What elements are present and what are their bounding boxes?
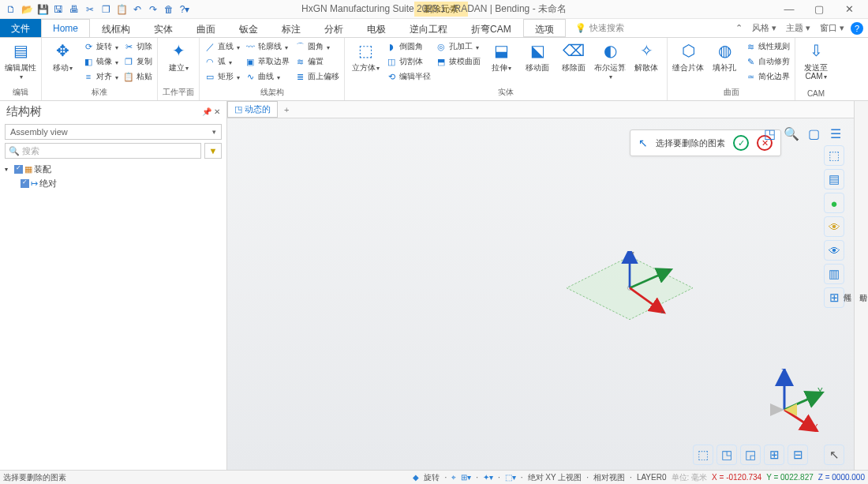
fit-icon[interactable]: ▢ [805, 125, 822, 142]
checkbox-icon[interactable] [21, 179, 29, 188]
side-tool-4[interactable]: 👁 [824, 216, 844, 237]
autorepair-button[interactable]: ✎自动修剪 [745, 54, 790, 69]
status-layer[interactable]: LAYER0 [637, 473, 667, 482]
cutbody-button[interactable]: ◫切割体 [386, 54, 431, 69]
extract-edge-button[interactable]: ▣萃取边界 [245, 54, 290, 69]
line-button[interactable]: ／直线 [204, 39, 240, 54]
tab-solid[interactable]: 实体 [142, 19, 185, 37]
side-tool-6[interactable]: ▥ [824, 264, 844, 284]
qat-copy-icon[interactable]: ❐ [99, 3, 112, 16]
side-tool-5[interactable]: 👁 [824, 240, 844, 261]
bv-3[interactable]: ◲ [740, 445, 761, 465]
arc-button[interactable]: ◠弧 [204, 54, 240, 69]
sweepface-button[interactable]: ⬒拔模曲面 [436, 54, 481, 69]
expand-icon[interactable]: ▾ [5, 166, 13, 173]
qat-delete-icon[interactable]: 🗑 [163, 3, 175, 16]
mirror-button[interactable]: ◧镜像 [83, 54, 118, 69]
tab-options[interactable]: 选项 [523, 19, 566, 37]
edge-offset-button[interactable]: ≣面上偏移 [294, 69, 339, 84]
qat-open-icon[interactable]: 📂 [21, 3, 33, 16]
filter-button[interactable]: ▼ [204, 143, 222, 159]
send-cam-button[interactable]: ⇩发送至CAM [800, 39, 832, 81]
paste-button[interactable]: 📋粘贴 [123, 69, 152, 84]
qat-help-icon[interactable]: ?▾ [178, 3, 191, 16]
extrude-button[interactable]: ⬓拉伸 [485, 39, 517, 73]
qat-undo-icon[interactable]: ↶ [131, 3, 144, 16]
viewport[interactable]: ◳ 动态的 + ↖ 选择要删除的图素 ✓ ✕ ◳ 🔍 ▢ ☰ ⬚ ▤ ● 👁 👁… [227, 101, 868, 470]
tree-child[interactable]: ↦ 绝对 [5, 176, 222, 190]
tab-annotate[interactable]: 标注 [270, 19, 312, 37]
rect-button[interactable]: ▭矩形 [204, 69, 240, 84]
menu-icon[interactable]: ☰ [827, 125, 844, 142]
copy-button[interactable]: ❐复制 [123, 54, 152, 69]
close-button[interactable]: ✕ [838, 3, 860, 15]
side-tool-1[interactable]: ⬚ [824, 145, 844, 166]
bv-2[interactable]: ◳ [716, 445, 737, 465]
viewcube-icon[interactable]: ◳ [761, 125, 778, 142]
side-tool-2[interactable]: ▤ [824, 169, 844, 189]
curve-button[interactable]: ∿曲线 [245, 69, 290, 84]
solid-fillet-button[interactable]: ◗倒圆角 [386, 39, 431, 54]
mini-triad[interactable]: Z Y X [762, 369, 825, 432]
tree-search-input[interactable]: 🔍 搜索 [5, 143, 201, 159]
fillhole-button[interactable]: ◍填补孔 [709, 39, 740, 72]
qat-redo-icon[interactable]: ↷ [147, 3, 159, 16]
removeface-button[interactable]: ⌫移除面 [558, 39, 589, 72]
theme-dropdown[interactable]: 主题 ▾ [783, 21, 814, 36]
bv-5[interactable]: ⊟ [788, 445, 808, 465]
collapse-ribbon-icon[interactable]: ⌃ [732, 21, 746, 35]
explode-button[interactable]: ✧解散体 [630, 39, 662, 72]
style-dropdown[interactable]: 风格 ▾ [749, 21, 780, 36]
confirm-button[interactable]: ✓ [733, 135, 749, 151]
tab-file[interactable]: 文件 [0, 19, 41, 37]
pin-icon[interactable]: 📌 ✕ [202, 107, 220, 116]
help-button[interactable]: ? [851, 22, 863, 35]
zoom-icon[interactable]: 🔍 [783, 125, 800, 142]
qat-new-icon[interactable]: 🗋 [5, 3, 17, 16]
move-button[interactable]: ✥ 移动 [47, 39, 78, 73]
wf-fillet-button[interactable]: ⌒圆角 [294, 39, 339, 54]
bv-cursor[interactable]: ↖ [824, 445, 844, 465]
maximize-button[interactable]: ▢ [808, 3, 830, 15]
status-grid-icon[interactable]: ⊞▾ [461, 473, 471, 482]
quick-search[interactable]: 💡 快速搜索 [575, 19, 624, 37]
tab-home[interactable]: Home [41, 19, 90, 37]
qat-saveas-icon[interactable]: 🖫 [52, 3, 65, 16]
checkbox-icon[interactable] [14, 165, 23, 174]
cut-button[interactable]: ✂切除 [123, 39, 152, 54]
cube-button[interactable]: ⬚立方体 [350, 39, 381, 73]
side-tool-7[interactable]: ⊞ [824, 287, 844, 308]
simplify-button[interactable]: ≃简化边界 [745, 69, 790, 84]
tab-electrode[interactable]: 电极 [355, 19, 398, 37]
bv-1[interactable]: ⬚ [693, 445, 713, 465]
qat-save-icon[interactable]: 💾 [36, 3, 49, 16]
profile-button[interactable]: 〰轮廓线 [245, 39, 290, 54]
build-plane-button[interactable]: ✦ 建立 [163, 39, 194, 73]
minimize-button[interactable]: — [778, 3, 800, 15]
bv-4[interactable]: ⊞ [764, 445, 784, 465]
align-button[interactable]: ≡对齐 [83, 69, 118, 84]
edit-properties-button[interactable]: ▤ 编辑属性 [5, 39, 36, 81]
side-tool-3[interactable]: ● [824, 193, 844, 213]
hole-button[interactable]: ◎孔加工 [436, 39, 481, 54]
viewport-tab-dynamic[interactable]: ◳ 动态的 [227, 101, 278, 118]
tree-root[interactable]: ▾ ▦ 装配 [5, 162, 222, 176]
tab-bendcam[interactable]: 折弯CAM [459, 19, 523, 37]
tab-surface[interactable]: 曲面 [185, 19, 227, 37]
ruled-button[interactable]: ≋线性规则 [745, 39, 790, 54]
status-abs-view[interactable]: 绝对 XY 上视图 [528, 472, 582, 483]
combine-button[interactable]: ⬡缝合片体 [672, 39, 704, 72]
window-dropdown[interactable]: 窗口 ▾ [817, 21, 847, 36]
status-layer-icon[interactable]: ⬚▾ [505, 473, 516, 482]
offset-button[interactable]: ≋偏置 [294, 54, 339, 69]
status-rotate-icon[interactable]: ◆ [413, 473, 419, 482]
right-collapsed-panels[interactable]: 帮助 属性 [854, 101, 868, 470]
assembly-view-dropdown[interactable]: Assembly view [5, 124, 222, 140]
rotate-button[interactable]: ⟳旋转 [83, 39, 118, 54]
tab-wireframe[interactable]: 线框构 [90, 19, 142, 37]
qat-print-icon[interactable]: 🖶 [68, 3, 80, 16]
qat-cut-icon[interactable]: ✂ [84, 3, 96, 16]
moveface-button[interactable]: ⬕移动面 [522, 39, 553, 72]
status-snap-icon[interactable]: ⌖ [451, 473, 456, 482]
tab-reverse[interactable]: 逆向工程 [398, 19, 459, 37]
